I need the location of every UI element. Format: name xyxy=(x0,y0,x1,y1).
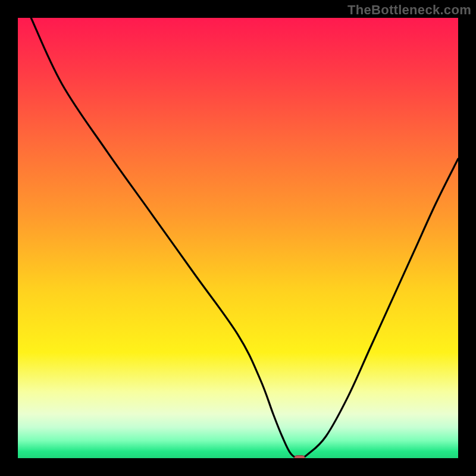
svg-rect-0 xyxy=(18,18,458,458)
plot-area xyxy=(18,18,458,458)
watermark-text: TheBottleneck.com xyxy=(347,2,471,18)
gradient-background xyxy=(18,18,458,458)
chart-frame: TheBottleneck.com xyxy=(0,0,476,476)
